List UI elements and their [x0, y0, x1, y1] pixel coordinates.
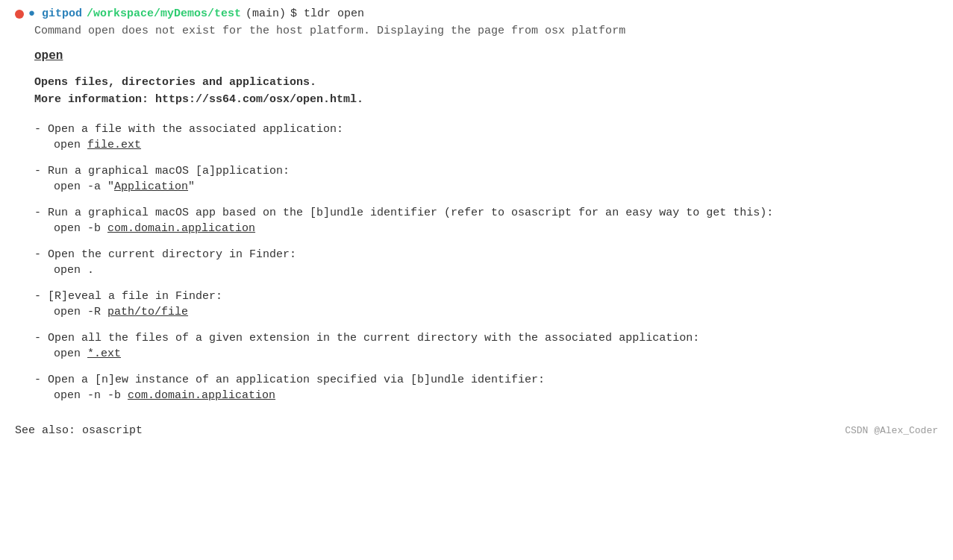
example-desc: - Open the current directory in Finder: [34, 248, 938, 261]
example-cmd: open -n -b com.domain.application [54, 389, 938, 402]
example-desc: - [R]eveal a file in Finder: [34, 290, 938, 303]
example-item: - [R]eveal a file in Finder: open -R pat… [34, 290, 938, 318]
example-item: - Open the current directory in Finder: … [34, 248, 938, 277]
tldr-command: $ tldr open [290, 7, 364, 20]
example-desc: - Run a graphical macOS app based on the… [34, 207, 938, 219]
example-cmd: open *.ext [54, 347, 938, 360]
example-desc: - Open all the files of a given extensio… [34, 332, 938, 345]
example-cmd: open -b com.domain.application [54, 222, 938, 235]
example-item: - Open a file with the associated applic… [34, 123, 938, 151]
example-item: - Run a graphical macOS [a]pplication: o… [34, 165, 938, 193]
info-message: Command open does not exist for the host… [34, 25, 938, 37]
red-dot-icon [15, 10, 24, 19]
example-cmd: open -R path/to/file [54, 306, 938, 318]
description-line1: Opens files, directories and application… [34, 75, 938, 92]
code-snippet: path/to/file [107, 306, 188, 318]
see-also: See also: osascript [15, 424, 143, 437]
example-cmd: open . [54, 264, 938, 277]
example-desc: - Run a graphical macOS [a]pplication: [34, 165, 938, 177]
code-snippet: file.ext [87, 139, 141, 151]
example-desc: - Open a file with the associated applic… [34, 123, 938, 136]
description-line2: More information: https://ss64.com/osx/o… [34, 92, 938, 109]
watermark: CSDN @Alex_Coder [845, 425, 938, 436]
code-snippet: *.ext [87, 347, 121, 360]
content-area: open Opens files, directories and applic… [34, 49, 938, 402]
footer-line: See also: osascript CSDN @Alex_Coder [15, 424, 938, 437]
code-snippet: Application [114, 180, 188, 193]
code-snippet: com.domain.application [128, 389, 275, 402]
example-item: - Open all the files of a given extensio… [34, 332, 938, 360]
example-cmd: open -a "Application" [54, 180, 938, 193]
example-item: - Open a [n]ew instance of an applicatio… [34, 374, 938, 402]
terminal-header: ● gitpod /workspace/myDemos/test (main) … [15, 7, 938, 20]
example-item: - Run a graphical macOS app based on the… [34, 207, 938, 235]
command-title: open [34, 49, 938, 63]
gitpod-label: ● gitpod [28, 7, 82, 20]
path-label: /workspace/myDemos/test [87, 7, 241, 20]
examples-list: - Open a file with the associated applic… [34, 123, 938, 402]
example-cmd: open file.ext [54, 139, 938, 151]
description-block: Opens files, directories and application… [34, 75, 938, 108]
branch-label: (main) [246, 7, 286, 20]
code-snippet: com.domain.application [107, 222, 255, 235]
example-desc: - Open a [n]ew instance of an applicatio… [34, 374, 938, 386]
